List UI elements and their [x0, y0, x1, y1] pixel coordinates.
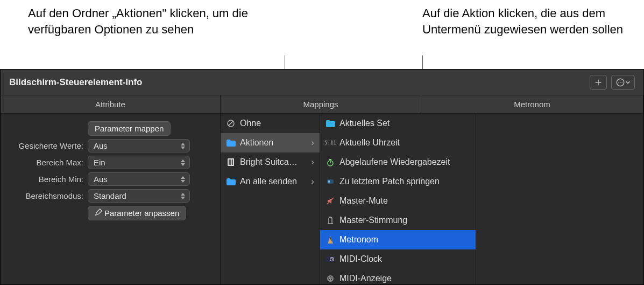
saved-values-value: Aus [94, 141, 108, 150]
chevron-right-icon: › [311, 157, 314, 168]
mapping-column-2: Aktuelles Set5:11Aktuelle UhrzeitAbgelau… [320, 114, 476, 284]
list-item-label: An alle senden [240, 177, 297, 186]
range-max-value: Ein [94, 158, 105, 167]
list-item[interactable]: 5:11Aktuelle Uhrzeit [320, 133, 476, 152]
list-item-label: Metronom [339, 235, 378, 245]
svg-rect-14 [329, 159, 331, 160]
stopwatch-icon [325, 158, 335, 166]
mapping-column-1: OhneAktionen›Bright Suitca…›An alle send… [221, 114, 320, 284]
updown-stepper-icon [181, 159, 185, 166]
svg-point-5 [621, 82, 622, 83]
list-item-label: Aktuelles Set [339, 119, 390, 128]
folder-blue-icon [226, 138, 236, 147]
clock-digital-icon: 5:11 [325, 138, 335, 147]
chevron-down-icon [625, 80, 631, 85]
list-item[interactable]: MIDI-Anzeige [320, 269, 476, 284]
app-window: Bildschirm-Steuerelement-Info Attribute … [0, 69, 644, 285]
svg-point-27 [329, 279, 330, 280]
svg-point-4 [620, 82, 621, 83]
svg-rect-9 [229, 159, 230, 165]
patch-icon [325, 177, 335, 186]
chevron-right-icon: › [311, 176, 314, 187]
mute-icon [325, 197, 335, 205]
edit-parameter-button[interactable]: Parameter anpassen [88, 206, 186, 220]
list-item-label: Ohne [240, 119, 261, 128]
updown-stepper-icon [181, 193, 185, 199]
add-button[interactable] [590, 75, 607, 90]
midi-icon [325, 274, 335, 283]
metronome-icon [325, 235, 335, 244]
none-icon [226, 119, 236, 128]
tuning-icon [325, 216, 335, 225]
tab-metronom[interactable]: Metronom [421, 95, 643, 113]
svg-point-26 [331, 277, 332, 279]
list-item[interactable]: MIDI-Clock [320, 249, 476, 269]
list-item-label: Abgelaufene Wiedergabezeit [339, 157, 450, 167]
list-item[interactable]: Aktionen› [221, 133, 320, 152]
mapping-column-3 [476, 114, 643, 284]
range-mode-select[interactable]: Standard [88, 189, 190, 203]
updown-stepper-icon [181, 143, 185, 149]
folder-cyan-icon [325, 119, 335, 128]
concert-icon [226, 158, 236, 166]
edit-parameter-label: Parameter anpassen [104, 208, 179, 218]
list-item[interactable]: An alle senden› [221, 172, 320, 191]
range-mode-value: Standard [94, 191, 126, 200]
range-max-select[interactable]: Ein [88, 156, 190, 169]
svg-point-28 [331, 279, 332, 280]
saved-values-label: Gesicherte Werte: [6, 141, 88, 150]
tab-mappings[interactable]: Mappings [221, 95, 421, 113]
list-item-label: Aktuelle Uhrzeit [339, 138, 400, 148]
list-item[interactable]: Abgelaufene Wiedergabezeit [320, 152, 476, 172]
range-mode-label: Bereichsmodus: [6, 191, 88, 200]
callout-left: Auf den Ordner „Aktionen" klicken, um di… [0, 5, 285, 37]
more-menu-button[interactable] [611, 75, 635, 90]
list-item[interactable]: Master-Mute [320, 191, 476, 211]
list-item[interactable]: Zu letztem Patch springen [320, 172, 476, 191]
list-item[interactable]: Master-Stimmung [320, 211, 476, 230]
svg-point-3 [618, 82, 619, 83]
updown-stepper-icon [181, 176, 185, 183]
svg-point-29 [330, 276, 331, 277]
range-min-select[interactable]: Aus [88, 172, 190, 186]
list-item-label: MIDI-Clock [339, 254, 382, 264]
tab-attribute[interactable]: Attribute [1, 95, 221, 113]
window-title: Bildschirm-Steuerelement-Info [9, 77, 585, 88]
callout-right: Auf die Aktion klicken, die aus dem Unte… [285, 5, 640, 37]
list-item[interactable]: Ohne [221, 114, 320, 133]
tab-bar: Attribute Mappings Metronom [1, 95, 643, 114]
svg-point-25 [328, 277, 329, 279]
svg-rect-15 [327, 179, 334, 184]
list-item-label: Zu letztem Patch springen [339, 177, 440, 186]
list-item[interactable]: Aktuelles Set [320, 114, 476, 133]
chevron-right-icon: › [311, 137, 314, 148]
svg-rect-11 [232, 159, 233, 165]
saved-values-select[interactable]: Aus [88, 139, 190, 152]
ellipsis-circle-icon [615, 78, 625, 87]
range-min-value: Aus [94, 175, 108, 184]
range-min-label: Bereich Min: [6, 175, 88, 184]
window-titlebar: Bildschirm-Steuerelement-Info [1, 69, 643, 95]
list-item-label: Aktionen [240, 138, 273, 148]
list-item-label: MIDI-Anzeige [339, 274, 392, 283]
svg-rect-10 [230, 159, 231, 165]
list-item-label: Master-Stimmung [339, 216, 407, 225]
folder-blue-icon [226, 177, 236, 186]
map-parameter-button[interactable]: Parameter mappen [88, 121, 171, 136]
plus-icon [593, 78, 603, 87]
list-item[interactable]: Metronom [320, 230, 476, 249]
range-max-label: Bereich Max: [6, 158, 88, 167]
list-item-label: Master-Mute [339, 196, 388, 206]
svg-line-7 [229, 121, 233, 126]
midi-clock-icon [325, 255, 335, 263]
svg-rect-16 [328, 180, 330, 183]
list-item[interactable]: Bright Suitca…› [221, 152, 320, 172]
pencil-icon [95, 208, 102, 218]
list-item-label: Bright Suitca… [240, 157, 298, 167]
svg-point-24 [327, 275, 334, 282]
attribute-panel: Parameter mappen Gesicherte Werte: Aus B… [1, 114, 221, 284]
